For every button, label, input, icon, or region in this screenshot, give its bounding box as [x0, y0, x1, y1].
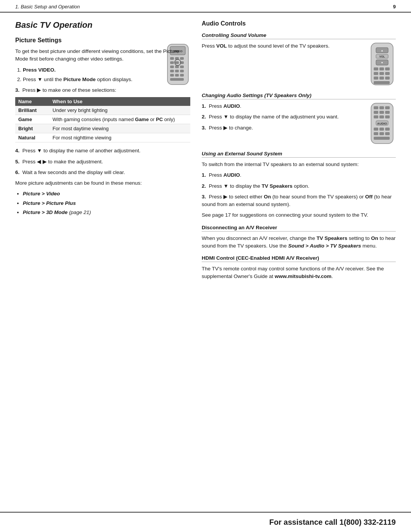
left-column: Basic TV Operation Picture Settings To g…: [15, 20, 190, 284]
table-cell-name: Game: [15, 115, 49, 124]
svg-text:VOL: VOL: [379, 55, 385, 58]
picture-mode-table: Name When to Use Brilliant Under very br…: [15, 97, 190, 142]
svg-rect-35: [385, 77, 390, 80]
picture-settings-heading: Picture Settings: [15, 37, 190, 44]
svg-rect-41: [374, 111, 378, 114]
table-row: Brilliant Under very bright lighting: [15, 106, 190, 115]
steps-list-1: Press VIDEO. Press ▼ until the Picture M…: [15, 66, 190, 84]
svg-text:▲: ▲: [381, 49, 384, 52]
svg-rect-15: [170, 74, 174, 77]
header-chapter-title: 1. Basic Setup and Operation: [15, 4, 80, 10]
ext-step-3: 3. Press ▶ to select either On (to hear …: [202, 193, 396, 209]
header-page-number: 9: [393, 4, 396, 10]
picture-settings-intro: To get the best picture under different …: [15, 48, 190, 63]
svg-text:AUDIO: AUDIO: [377, 122, 387, 125]
page-title: Basic TV Operation: [15, 20, 190, 30]
svg-rect-34: [379, 77, 384, 80]
svg-rect-27: [374, 67, 378, 70]
table-header-name: Name: [15, 97, 49, 106]
svg-rect-32: [385, 72, 390, 75]
svg-rect-53: [379, 132, 384, 135]
svg-rect-16: [175, 74, 179, 77]
table-cell-use: Under very bright lighting: [49, 106, 190, 115]
svg-rect-54: [385, 132, 390, 135]
see-page-17: See page 17 for suggestions on connectin…: [202, 211, 396, 219]
external-sound-intro: To switch from the internal TV speakers …: [202, 161, 396, 168]
svg-rect-14: [180, 70, 184, 72]
svg-rect-17: [180, 74, 184, 77]
external-sound-system-heading: Using an External Sound System: [202, 151, 396, 158]
table-cell-name: Bright: [15, 124, 49, 133]
vol-remote-image: ▲ VOL ▼: [369, 42, 396, 87]
svg-rect-29: [385, 67, 390, 70]
more-adjustments-text: More picture adjustments can be found in…: [15, 179, 190, 187]
table-row: Bright For most daytime viewing: [15, 124, 190, 133]
table-cell-name: Natural: [15, 133, 49, 142]
table-row: Game With gaming consoles (inputs named …: [15, 115, 190, 124]
svg-rect-44: [374, 115, 378, 118]
step-1: Press VIDEO.: [23, 66, 190, 74]
disconnecting-av-heading: Disconnecting an A/V Receiver: [202, 225, 396, 232]
vol-description: Press VOL to adjust the sound level of t…: [202, 42, 362, 50]
bullet-picture-plus: Picture > Picture Plus: [23, 200, 190, 207]
audio-step-2: 2. Press ▼ to display the name of the ad…: [202, 113, 362, 121]
table-cell-use: For most daytime viewing: [49, 124, 190, 133]
right-column: Audio Controls Controlling Sound Volume …: [202, 20, 396, 284]
svg-rect-3: [170, 57, 174, 60]
ext-step-2: 2. Press ▼ to display the TV Speakers op…: [202, 182, 396, 190]
svg-rect-36: [374, 81, 390, 84]
svg-rect-10: [175, 66, 179, 68]
table-cell-use: With gaming consoles (inputs named Game …: [49, 115, 190, 124]
vol-text: Press VOL to adjust the sound level of t…: [202, 42, 362, 53]
page-header: 1. Basic Setup and Operation 9: [0, 0, 411, 13]
svg-rect-18: [170, 78, 184, 81]
svg-rect-11: [180, 66, 184, 68]
table-cell-name: Brilliant: [15, 106, 49, 115]
svg-rect-38: [374, 106, 378, 109]
svg-rect-7: [175, 61, 179, 64]
bullet-3d-mode: Picture > 3D Mode (page 21): [23, 209, 190, 216]
svg-rect-46: [385, 115, 390, 118]
svg-rect-52: [374, 132, 378, 135]
step-4: 4. Press ▼ to display the name of anothe…: [15, 147, 190, 155]
svg-rect-51: [385, 128, 390, 131]
svg-rect-31: [379, 72, 384, 75]
svg-rect-28: [379, 67, 384, 70]
audio-remote-image: AUDIO: [369, 102, 396, 145]
menu-bullets: Picture > Video Picture > Picture Plus P…: [15, 190, 190, 216]
svg-rect-43: [385, 111, 390, 114]
svg-rect-40: [385, 106, 390, 109]
svg-text:▼: ▼: [381, 61, 384, 64]
svg-rect-30: [374, 72, 378, 75]
svg-rect-12: [170, 70, 174, 72]
hdmi-control-heading: HDMI Control (CEC-Enabled HDMI A/V Recei…: [202, 255, 396, 262]
svg-rect-50: [379, 128, 384, 131]
hdmi-control-text: The TV's remote control may control some…: [202, 265, 396, 281]
footer-assistance-text: For assistance call 1(800) 332-2119: [269, 518, 396, 527]
audio-step-1: 1. Press AUDIO.: [202, 102, 362, 110]
svg-rect-6: [170, 61, 174, 64]
changing-audio-settings-heading: Changing Audio Settings (TV Speakers Onl…: [202, 93, 396, 99]
table-header-when: When to Use: [49, 97, 190, 106]
svg-rect-33: [374, 77, 378, 80]
svg-rect-13: [175, 70, 179, 72]
controlling-sound-volume-heading: Controlling Sound Volume: [202, 32, 396, 39]
svg-rect-9: [170, 66, 174, 68]
audio-controls-heading: Audio Controls: [202, 20, 396, 27]
page-footer: For assistance call 1(800) 332-2119: [0, 512, 411, 532]
svg-rect-45: [379, 115, 384, 118]
step-5: 5. Press ◀ ▶ to make the adjustment.: [15, 158, 190, 166]
step-3-text: 3. Press ▶ to make one of these selectio…: [15, 86, 190, 94]
main-content: Basic TV Operation Picture Settings To g…: [0, 13, 411, 291]
audio-text: 1. Press AUDIO. 2. Press ▼ to display th…: [202, 102, 362, 135]
svg-rect-5: [180, 57, 184, 60]
ext-step-1: 1. Press AUDIO.: [202, 171, 396, 179]
steps-1-2-container: VIDEO: [15, 66, 190, 87]
svg-rect-39: [379, 106, 384, 109]
table-row: Natural For most nighttime viewing: [15, 133, 190, 142]
table-cell-use: For most nighttime viewing: [49, 133, 190, 142]
svg-rect-49: [374, 128, 378, 131]
vol-section: Press VOL to adjust the sound level of t…: [202, 42, 396, 87]
step-6: 6. Wait a few seconds and the display wi…: [15, 169, 190, 176]
bullet-picture-video: Picture > Video: [23, 190, 190, 198]
